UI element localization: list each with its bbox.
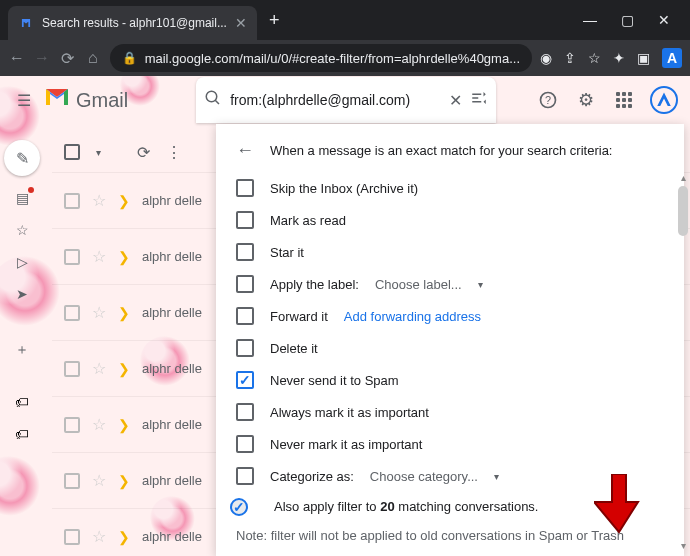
label-2-icon[interactable]: 🏷 xyxy=(10,424,34,444)
star-icon[interactable]: ☆ xyxy=(92,247,106,266)
sent-icon[interactable]: ➤ xyxy=(10,284,34,304)
url-text: mail.google.com/mail/u/0/#create-filter/… xyxy=(145,51,520,66)
star-icon[interactable]: ☆ xyxy=(92,303,106,322)
search-box[interactable]: from:(alphrdelle@gmail.com) ✕ xyxy=(196,77,496,123)
tab-close-icon[interactable]: ✕ xyxy=(235,15,247,31)
option-delete[interactable]: Delete it xyxy=(236,339,664,357)
important-icon[interactable]: ❯ xyxy=(118,361,130,377)
option-also-apply[interactable]: Also apply filter to 20 matching convers… xyxy=(236,499,664,514)
svg-line-1 xyxy=(215,100,219,104)
account-avatar[interactable] xyxy=(650,86,678,114)
home-icon[interactable]: ⌂ xyxy=(84,46,101,70)
label-1-icon[interactable]: 🏷 xyxy=(10,392,34,412)
apps-icon[interactable] xyxy=(612,88,636,112)
important-icon[interactable]: ❯ xyxy=(118,249,130,265)
refresh-icon[interactable]: ⟳ xyxy=(137,143,150,162)
back-icon[interactable]: ← xyxy=(8,46,25,70)
window-max-icon[interactable]: ▢ xyxy=(621,12,634,28)
address-bar[interactable]: 🔒 mail.google.com/mail/u/0/#create-filte… xyxy=(110,44,532,72)
star-icon[interactable]: ☆ xyxy=(92,471,106,490)
star-icon[interactable]: ☆ xyxy=(92,415,106,434)
inbox-icon[interactable]: ▤ xyxy=(10,188,34,208)
starred-icon[interactable]: ☆ xyxy=(10,220,34,240)
important-icon[interactable]: ❯ xyxy=(118,193,130,209)
checkbox[interactable] xyxy=(236,467,254,485)
option-label: Skip the Inbox (Archive it) xyxy=(270,181,418,196)
extension-badge[interactable]: A xyxy=(662,48,682,68)
snoozed-icon[interactable]: ▷ xyxy=(10,252,34,272)
star-icon[interactable]: ☆ xyxy=(92,359,106,378)
label-select[interactable]: Choose label... xyxy=(375,277,462,292)
checkbox[interactable] xyxy=(236,403,254,421)
vertical-scrollbar[interactable] xyxy=(676,186,690,556)
important-icon[interactable]: ❯ xyxy=(118,305,130,321)
eye-icon[interactable]: ◉ xyxy=(540,50,552,66)
checkbox-checked[interactable] xyxy=(236,371,254,389)
option-forward[interactable]: Forward it Add forwarding address xyxy=(236,307,664,325)
row-checkbox[interactable] xyxy=(64,529,80,545)
category-select[interactable]: Choose category... xyxy=(370,469,478,484)
scroll-down-icon[interactable]: ▾ xyxy=(676,540,690,554)
support-icon[interactable]: ? xyxy=(536,88,560,112)
option-mark-read[interactable]: Mark as read xyxy=(236,211,664,229)
option-categorize[interactable]: Categorize as: Choose category... ▾ xyxy=(236,467,664,485)
bookmark-icon[interactable]: ☆ xyxy=(588,50,601,66)
option-always-important[interactable]: Always mark it as important xyxy=(236,403,664,421)
checkbox[interactable] xyxy=(236,275,254,293)
option-star-it[interactable]: Star it xyxy=(236,243,664,261)
row-checkbox[interactable] xyxy=(64,193,80,209)
reload-icon[interactable]: ⟳ xyxy=(59,46,76,70)
row-checkbox[interactable] xyxy=(64,473,80,489)
checkbox-checked[interactable] xyxy=(230,498,248,516)
row-checkbox[interactable] xyxy=(64,249,80,265)
option-label: Mark as read xyxy=(270,213,346,228)
more-actions-icon[interactable]: ⋮ xyxy=(166,143,182,162)
forward-icon[interactable]: → xyxy=(33,46,50,70)
star-icon[interactable]: ☆ xyxy=(92,527,106,546)
option-never-spam[interactable]: Never send it to Spam xyxy=(236,371,664,389)
compose-button[interactable]: ✎ xyxy=(4,140,40,176)
option-apply-label[interactable]: Apply the label: Choose label... ▾ xyxy=(236,275,664,293)
select-dropdown-icon[interactable]: ▾ xyxy=(96,147,101,158)
select-all-checkbox[interactable] xyxy=(64,144,80,160)
new-tab-button[interactable]: + xyxy=(269,10,280,31)
chevron-down-icon[interactable]: ▾ xyxy=(478,279,483,290)
checkbox[interactable] xyxy=(236,243,254,261)
row-checkbox[interactable] xyxy=(64,305,80,321)
option-label: Also apply filter to 20 matching convers… xyxy=(274,499,538,514)
scroll-up-icon[interactable]: ▴ xyxy=(676,172,690,186)
settings-icon[interactable]: ⚙ xyxy=(574,88,598,112)
star-icon[interactable]: ☆ xyxy=(92,191,106,210)
add-forwarding-link[interactable]: Add forwarding address xyxy=(344,309,481,324)
checkbox[interactable] xyxy=(236,339,254,357)
extensions-icon[interactable]: ✦ xyxy=(613,50,625,66)
row-checkbox[interactable] xyxy=(64,417,80,433)
gmail-logo[interactable]: Gmail xyxy=(44,87,128,113)
checkbox[interactable] xyxy=(236,211,254,229)
lock-icon: 🔒 xyxy=(122,51,137,65)
back-icon[interactable]: ← xyxy=(236,140,254,161)
window-close-icon[interactable]: ✕ xyxy=(658,12,670,28)
add-label-icon[interactable]: ＋ xyxy=(10,340,34,360)
checkbox[interactable] xyxy=(236,435,254,453)
main-menu-icon[interactable]: ☰ xyxy=(12,88,36,112)
create-filter-panel: ← When a message is an exact match for y… xyxy=(216,124,684,556)
row-checkbox[interactable] xyxy=(64,361,80,377)
share-icon[interactable]: ⇪ xyxy=(564,50,576,66)
clear-search-icon[interactable]: ✕ xyxy=(449,91,462,110)
window-min-icon[interactable]: — xyxy=(583,12,597,28)
important-icon[interactable]: ❯ xyxy=(118,473,130,489)
browser-tab[interactable]: Search results - alphr101@gmail... ✕ xyxy=(8,6,257,40)
scrollbar-thumb[interactable] xyxy=(678,186,688,236)
important-icon[interactable]: ❯ xyxy=(118,529,130,545)
search-icon[interactable] xyxy=(204,89,222,112)
qr-icon[interactable]: ▣ xyxy=(637,50,650,66)
chevron-down-icon[interactable]: ▾ xyxy=(494,471,499,482)
option-skip-inbox[interactable]: Skip the Inbox (Archive it) xyxy=(236,179,664,197)
checkbox[interactable] xyxy=(236,179,254,197)
checkbox[interactable] xyxy=(236,307,254,325)
mail-sender: alphr delle xyxy=(142,529,202,544)
option-never-important[interactable]: Never mark it as important xyxy=(236,435,664,453)
important-icon[interactable]: ❯ xyxy=(118,417,130,433)
search-options-icon[interactable] xyxy=(470,89,488,111)
